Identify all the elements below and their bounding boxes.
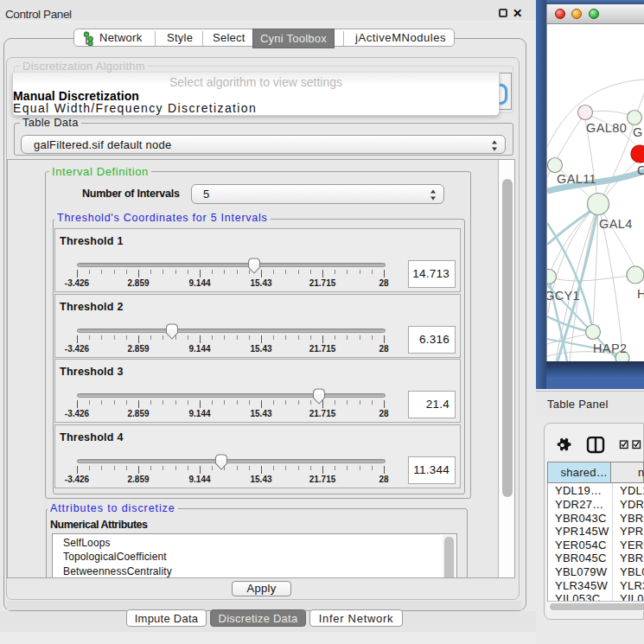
svg-text:H: H [637,287,644,301]
svg-text:HAP2: HAP2 [593,341,627,355]
svg-text:C: C [637,163,644,177]
svg-text:G.: G. [633,125,644,139]
svg-text:GAL4: GAL4 [599,217,633,231]
svg-text:GAL11: GAL11 [557,172,596,186]
svg-text:GAL80: GAL80 [586,121,627,135]
svg-text:GCY1: GCY1 [547,289,580,303]
